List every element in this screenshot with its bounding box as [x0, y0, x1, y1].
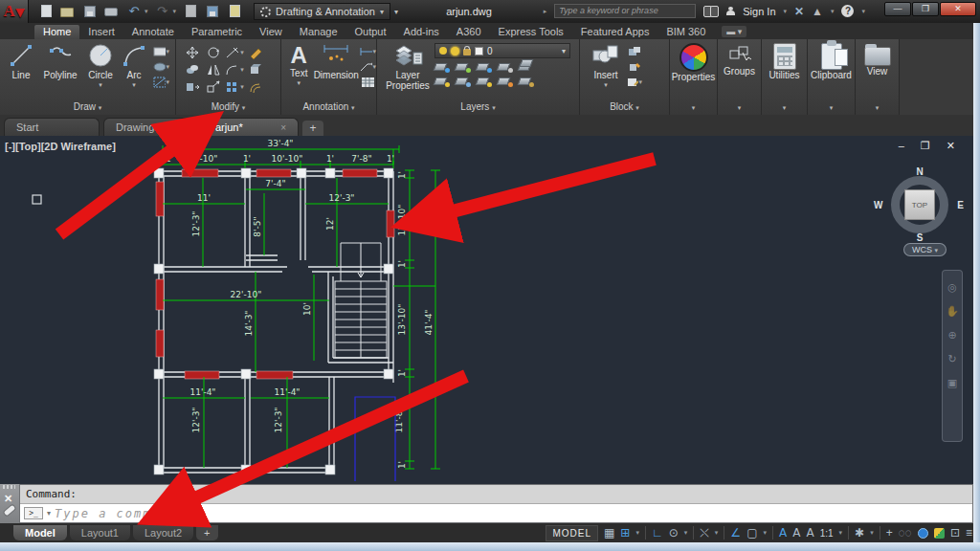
workspace-switcher[interactable]: Drafting & Annotation ▾	[254, 3, 390, 20]
workspace-gear-icon[interactable]: ✱	[855, 526, 864, 540]
object-snap-tracking-icon[interactable]: ∠	[730, 526, 741, 540]
layer-walk-icon[interactable]	[519, 76, 534, 87]
text-button[interactable]: A Text ▾	[285, 39, 313, 97]
restore-button[interactable]: ❐	[912, 2, 939, 16]
search-input[interactable]: Type a keyword or phrase	[554, 4, 696, 18]
sign-in-button[interactable]: Sign In	[743, 6, 775, 17]
layer-states-icon[interactable]	[519, 61, 534, 73]
viewcube-west[interactable]: W	[874, 200, 882, 210]
rotate-icon[interactable]	[203, 44, 224, 61]
isolate-objects-icon[interactable]: ◌◌	[899, 526, 912, 540]
minimize-button[interactable]: —	[884, 2, 911, 16]
trim-icon[interactable]: ▾	[224, 44, 245, 61]
scale-icon[interactable]	[203, 78, 224, 96]
communication-center-icon[interactable]: ▲	[812, 5, 823, 18]
tab-addins[interactable]: Add-ins	[395, 25, 448, 39]
snap-caret-icon[interactable]: ▾	[635, 529, 639, 537]
command-wrench-icon[interactable]	[4, 505, 15, 517]
close-tab-icon[interactable]: ×	[181, 122, 187, 133]
tab-insert[interactable]: Insert	[79, 25, 123, 39]
notifications-icon[interactable]	[934, 528, 945, 539]
undo-icon[interactable]: ↶	[126, 5, 142, 18]
polar-caret-icon[interactable]: ▾	[684, 529, 688, 537]
array-icon[interactable]: ▾	[224, 78, 245, 96]
layout-tab-model[interactable]: Model	[13, 525, 67, 540]
polyline-button[interactable]: Polyline	[38, 39, 82, 97]
ortho-icon[interactable]: ∟	[652, 526, 663, 540]
pan-icon[interactable]: ✋	[946, 306, 959, 317]
linear-dim-icon[interactable]: ▾	[360, 45, 376, 57]
viewcube-north[interactable]: N	[916, 166, 923, 177]
tab-a360[interactable]: A360	[448, 25, 490, 39]
layer-current-icon[interactable]	[498, 76, 513, 87]
viewcube-top-face[interactable]: TOP	[904, 189, 935, 220]
preview-sheet-icon[interactable]	[183, 5, 198, 18]
move-icon[interactable]	[182, 44, 203, 61]
command-close-icon[interactable]: ✕	[4, 493, 12, 505]
command-prompt-icon[interactable]: >_	[24, 507, 43, 519]
wcs-dropdown[interactable]: WCS ▾	[903, 243, 947, 256]
redo-caret-icon[interactable]: ▾	[173, 8, 177, 15]
annotation-panel-label[interactable]: Annotation ▾	[281, 101, 376, 114]
annotation-scale-icon[interactable]: 𝖠	[806, 526, 813, 540]
osnap-caret-icon[interactable]: ▾	[763, 529, 767, 537]
table-icon[interactable]	[360, 76, 376, 88]
showmotion-icon[interactable]: ▣	[947, 378, 957, 388]
block-editor-icon[interactable]: ▾	[626, 76, 642, 88]
fillet-icon[interactable]: ▾	[224, 61, 245, 78]
layer-thaw-icon[interactable]	[477, 76, 492, 87]
redo-icon[interactable]: ↷	[155, 5, 170, 18]
view-button[interactable]: View	[856, 39, 899, 97]
communication-caret-icon[interactable]: ▾	[831, 8, 835, 15]
file-tab-start[interactable]: Start	[4, 118, 100, 136]
ribbon-collapse-button[interactable]: ▬ ▾	[722, 26, 746, 37]
undo-caret-icon[interactable]: ▾	[145, 8, 148, 15]
annotation-scale-value[interactable]: 1:1	[820, 528, 834, 539]
command-grip-handle[interactable]	[3, 485, 15, 489]
search-binoculars-icon[interactable]	[703, 6, 719, 16]
close-tab-icon[interactable]: ×	[280, 122, 286, 133]
file-tab-drawing1[interactable]: Drawing1 ×	[103, 118, 199, 136]
render-icon[interactable]	[205, 5, 220, 18]
command-input-row[interactable]: >_ ▾ Type a command	[20, 504, 972, 522]
tab-view[interactable]: View	[251, 25, 291, 39]
line-button[interactable]: Line	[4, 39, 38, 97]
circle-button[interactable]: Circle ▾	[82, 39, 119, 97]
graphics-performance-icon[interactable]	[918, 528, 928, 539]
stretch-icon[interactable]	[182, 78, 203, 96]
edit-attribute-icon[interactable]	[626, 45, 642, 57]
polar-tracking-icon[interactable]: ⊙	[669, 526, 679, 540]
grid-icon[interactable]: ▦	[604, 526, 614, 540]
tab-annotate[interactable]: Annotate	[123, 25, 183, 39]
plot-icon[interactable]	[104, 5, 120, 18]
groups-panel-caret[interactable]: ▾	[718, 101, 761, 114]
leader-icon[interactable]: ▾	[360, 60, 376, 73]
layer-prev-icon[interactable]	[456, 61, 471, 73]
steering-wheel-icon[interactable]: ◎	[947, 282, 957, 293]
utilities-panel-caret[interactable]: ▾	[762, 101, 807, 114]
layer-match-icon[interactable]	[434, 61, 450, 73]
rectangle-tool-icon[interactable]: ▾	[153, 45, 169, 57]
mirror-icon[interactable]	[203, 61, 224, 78]
scale-caret-icon[interactable]: ▾	[839, 529, 843, 537]
command-prompt-caret-icon[interactable]: ▾	[47, 509, 51, 518]
layer-isolate-icon[interactable]	[477, 61, 492, 73]
erase-icon[interactable]	[245, 44, 266, 61]
hatch-tool-icon[interactable]: ▾	[153, 76, 169, 88]
navigation-bar[interactable]: ◎ ✋ ⊕ ↻ ▣	[942, 270, 963, 442]
layer-lock-icon[interactable]	[463, 49, 471, 55]
viewcube-east[interactable]: E	[957, 200, 964, 210]
clipboard-panel-caret[interactable]: ▾	[808, 101, 855, 114]
orbit-icon[interactable]: ↻	[947, 354, 956, 364]
command-input[interactable]: Type a command	[55, 507, 178, 520]
layer-freeze-sun-icon[interactable]	[451, 47, 459, 55]
snap-icon[interactable]: ⊞	[620, 526, 630, 540]
model-space-button[interactable]: MODEL	[546, 525, 598, 541]
viewcube[interactable]: TOP N S W E	[883, 168, 956, 241]
clipboard-button[interactable]: Clipboard	[808, 39, 855, 97]
layer-properties-button[interactable]: Layer Properties	[381, 39, 434, 97]
close-button[interactable]: ✕	[940, 2, 976, 16]
properties-button[interactable]: Properties	[670, 39, 717, 97]
tab-parametric[interactable]: Parametric	[183, 25, 251, 39]
layer-color-swatch[interactable]	[475, 47, 483, 55]
